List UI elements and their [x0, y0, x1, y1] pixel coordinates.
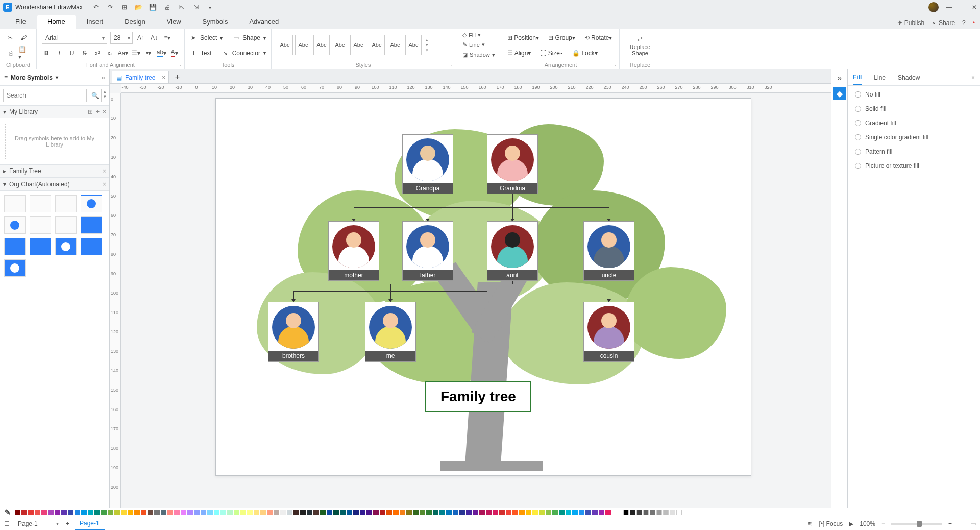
strike-icon[interactable]: S̶	[80, 48, 90, 58]
style-preset[interactable]: Abc	[332, 35, 348, 55]
mylib-dropzone[interactable]: Drag symbols here to add to My Library	[5, 124, 104, 159]
replace-shape-icon[interactable]: ⇄	[635, 34, 645, 44]
color-swatch[interactable]	[599, 510, 604, 515]
color-swatch[interactable]	[333, 510, 339, 515]
color-swatch[interactable]	[234, 510, 239, 515]
page-tab[interactable]: Page-1	[75, 517, 105, 530]
orgchart-shape[interactable]	[30, 238, 51, 255]
font-name-select[interactable]: Arial	[42, 32, 107, 44]
color-swatch[interactable]	[439, 510, 445, 515]
color-swatch[interactable]	[585, 510, 591, 515]
style-preset[interactable]: Abc	[387, 35, 403, 55]
layers-icon[interactable]: ≋	[807, 520, 813, 527]
color-swatch[interactable]	[68, 510, 74, 515]
collapse-left-icon[interactable]: «	[102, 74, 105, 81]
orgchart-shape[interactable]	[81, 195, 102, 212]
orgchart-shape[interactable]	[4, 216, 26, 234]
color-swatch[interactable]	[227, 510, 233, 515]
color-swatch[interactable]	[134, 510, 140, 515]
color-swatch[interactable]	[579, 510, 584, 515]
cat-familytree[interactable]: Family Tree	[9, 167, 41, 175]
align-menu-icon[interactable]: ≡▾	[162, 33, 173, 43]
node-grandpa[interactable]: Grandpa	[402, 134, 453, 194]
fill-option[interactable]: Single color gradient fill	[855, 134, 973, 141]
orgchart-shape[interactable]	[30, 195, 51, 212]
orgchart-shape[interactable]	[55, 216, 77, 234]
color-swatch[interactable]	[187, 510, 193, 515]
fill-option[interactable]: Gradient fill	[855, 119, 973, 127]
color-swatch[interactable]	[194, 510, 200, 515]
styles-more-icon[interactable]: ▿	[426, 47, 428, 53]
color-swatch[interactable]	[413, 510, 419, 515]
export-icon[interactable]: ⇱	[178, 3, 186, 11]
lock-menu[interactable]: 🔒 Lock▾	[572, 50, 598, 57]
style-preset[interactable]: Abc	[313, 35, 330, 55]
color-swatch[interactable]	[141, 510, 146, 515]
notification-dot[interactable]: •	[973, 19, 975, 27]
color-swatch[interactable]	[287, 510, 292, 515]
color-swatch[interactable]	[220, 510, 226, 515]
color-swatch[interactable]	[459, 510, 465, 515]
color-swatch[interactable]	[572, 510, 578, 515]
font-shrink-icon[interactable]: A↓	[149, 33, 159, 43]
zoom-in-icon[interactable]: +	[948, 520, 952, 527]
color-swatch[interactable]	[148, 510, 153, 515]
color-swatch[interactable]	[420, 510, 425, 515]
orgchart-shape[interactable]	[81, 238, 102, 255]
copy-icon[interactable]: ⎘	[5, 48, 15, 58]
color-swatch[interactable]	[247, 510, 253, 515]
open-icon[interactable]: 📂	[135, 3, 143, 11]
menu-insert[interactable]: Insert	[77, 15, 114, 29]
page-list-icon[interactable]: ☐	[4, 520, 10, 527]
size-menu[interactable]: ⛶ Size▾	[540, 50, 563, 57]
color-swatch[interactable]	[121, 510, 127, 515]
color-swatch[interactable]	[114, 510, 120, 515]
color-swatch[interactable]	[493, 510, 498, 515]
font-dialog-icon[interactable]: ⌐	[180, 62, 183, 68]
zoom-slider[interactable]	[891, 523, 942, 525]
play-icon[interactable]: ▶	[849, 520, 853, 527]
color-swatch[interactable]	[512, 510, 518, 515]
bullets-icon[interactable]: •▾	[144, 48, 154, 58]
close-window-icon[interactable]: ✕	[972, 4, 977, 11]
color-swatch[interactable]	[566, 510, 571, 515]
bold-icon[interactable]: B	[42, 48, 52, 58]
eyedropper-icon[interactable]: ✎	[4, 508, 11, 517]
styles-dialog-icon[interactable]: ⌐	[451, 62, 454, 68]
search-icon[interactable]: 🔍	[89, 89, 102, 102]
color-swatch[interactable]	[499, 510, 505, 515]
color-swatch[interactable]	[81, 510, 87, 515]
color-swatch[interactable]	[201, 510, 206, 515]
superscript-icon[interactable]: x²	[92, 48, 102, 58]
cut-icon[interactable]: ✂	[5, 33, 15, 43]
color-swatch[interactable]	[453, 510, 458, 515]
color-swatch[interactable]	[433, 510, 438, 515]
color-swatch[interactable]	[446, 510, 452, 515]
node-cousin[interactable]: cousin	[583, 302, 634, 362]
color-swatch[interactable]	[108, 510, 113, 515]
color-swatch[interactable]	[406, 510, 412, 515]
paste-icon[interactable]: 📋▾	[18, 48, 29, 58]
arrangement-dialog-icon[interactable]: ⌐	[615, 62, 618, 68]
doc-tab[interactable]: ▤ Family tree ×	[112, 71, 169, 83]
align-menu[interactable]: ☰ Align▾	[507, 50, 531, 57]
familytree-close-icon[interactable]: ×	[103, 167, 106, 175]
color-swatch[interactable]	[313, 510, 319, 515]
color-swatch[interactable]	[479, 510, 485, 515]
color-swatch[interactable]	[400, 510, 405, 515]
color-swatch[interactable]	[35, 510, 40, 515]
node-aunt[interactable]: aunt	[487, 221, 538, 281]
save-icon[interactable]: 💾	[149, 3, 157, 11]
canvas-page[interactable]: Grandpa Grandma mother father	[215, 98, 751, 476]
italic-icon[interactable]: I	[55, 48, 64, 58]
line-spacing-icon[interactable]: ☰▾	[131, 48, 141, 58]
fill-option[interactable]: Picture or texture fill	[855, 162, 973, 170]
color-swatch[interactable]	[473, 510, 478, 515]
color-swatch[interactable]	[75, 510, 80, 515]
maximize-icon[interactable]: ☐	[959, 4, 965, 11]
color-swatch[interactable]	[260, 510, 266, 515]
color-swatch[interactable]	[320, 510, 326, 515]
node-mother[interactable]: mother	[328, 221, 379, 281]
highlight-icon[interactable]: ab▾	[157, 48, 166, 58]
color-swatch[interactable]	[307, 510, 312, 515]
